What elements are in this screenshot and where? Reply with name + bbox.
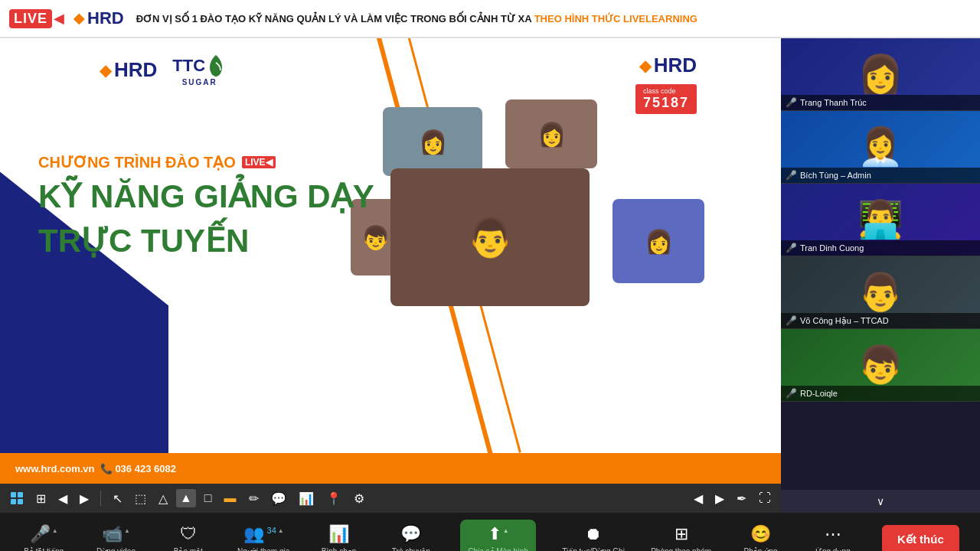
chat-control[interactable]: 💬 Trò chuyện [388,524,434,552]
reaction-control[interactable]: 😊 Phản ứng [737,524,783,552]
chuong-trinh-label: CHƯƠNG TRÌNH ĐÀO TẠO LIVE◀ [38,153,374,171]
participants-label: Người tham gia [237,547,289,552]
mic-icon-5: 🎤 [786,388,797,399]
person-face-3: 👩 [612,199,704,283]
toolbar-forward-btn[interactable]: ▶ [76,489,93,508]
top-header: LIVE ◀ ◆ HRD ĐƠN VỊ SỐ 1 ĐÀO TẠO KỸ NĂNG… [0,0,980,38]
slide-container: ◆HRD TTC SUGAR ◆HRD [0,38,781,484]
participant-name-4: Võ Công Hậu – TTCAD [800,316,889,326]
main-presenter-face: 👨 [390,168,590,306]
slide-phone: 036 423 6082 [115,463,176,474]
toolbar-app-btn[interactable] [6,489,28,507]
rooms-label: Phòng theo nhóm [651,547,711,552]
toolbar-select-btn[interactable]: ⬚ [131,489,150,508]
participant-item-2: 👩‍💼 🎤 Bích Tùng – Admin [781,111,980,184]
ky-nang-line1: KỸ NĂNG GIẢNG DẠY [38,179,374,214]
participant-item-3: 👨‍💻 🎤 Tran Dinh Cuong [781,184,980,256]
vote-label: Bình chọn [322,547,356,552]
mute-control[interactable]: 🎤 ▲ Bỏ tắt tiếng [21,524,67,552]
presentation-area: ◆HRD TTC SUGAR ◆HRD [0,38,781,513]
bottom-control-bar: 🎤 ▲ Bỏ tắt tiếng 📹 ▲ Dừng video 🛡 Bảo mậ… [0,513,980,551]
video-thumb-2: 👩 [505,99,597,168]
participant-name-5: RD-Loiqle [800,389,838,398]
vote-icon: 📊 [328,524,349,544]
live-logo: LIVE ◀ [9,9,64,28]
toolbar-grid-btn[interactable]: ⊞ [32,489,50,508]
class-code-box: class code 75187 [635,84,697,114]
toolbar-rect-btn[interactable]: □ [201,489,216,507]
hrd-label: HRD [87,8,124,28]
toolbar-pin-btn[interactable]: 📍 [322,489,345,508]
toolbar-annotate-btn[interactable]: ✒ [733,489,750,508]
record-label: Tiếp tục/Dừng Ghi [562,547,625,552]
participant-item-5: 👦 🎤 RD-Loiqle [781,329,980,402]
toolbar-cursor-btn[interactable]: ↖ [109,489,126,508]
hrd-diamond-slide: ◆ [100,61,111,80]
person-face-2: 👩 [505,99,597,168]
toolbar-back-btn[interactable]: ◀ [54,489,71,508]
slide-logos: ◆HRD TTC SUGAR [100,54,227,86]
header-tagline: ĐƠN VỊ SỐ 1 ĐÀO TẠO KỸ NĂNG QUẢN LÝ VÀ L… [136,13,971,24]
video-control[interactable]: 📹 ▲ Dừng video [93,524,139,552]
vote-control[interactable]: 📊 Bình chọn [316,524,362,552]
apps-icon: ⋯ [825,524,841,544]
video-thumb-1: 👩 [383,107,482,176]
reaction-label: Phản ứng [744,547,778,552]
chat-icon: 💬 [400,524,421,544]
toolbar-next-btn[interactable]: ▶ [711,489,728,508]
participants-icon: 👥 [243,524,264,544]
toolbar-chart-btn[interactable]: 📊 [295,489,318,508]
toolbar-fullscreen-btn[interactable]: ⛶ [755,489,775,507]
security-control[interactable]: 🛡 Bảo mật [165,524,211,552]
toolbar-triangle-fill-btn[interactable]: ▲ [176,489,196,507]
person-face-1: 👩 [383,107,482,176]
chevron-down-icon: ∨ [877,495,884,507]
toolbar-draw-btn[interactable]: ✏ [245,489,263,508]
ttc-text: TTC [172,57,205,74]
toolbar-text-btn[interactable]: 💬 [267,489,290,508]
toolbar-settings-btn[interactable]: ⚙ [350,489,368,508]
sidebar-scroll[interactable]: 👩 🎤 Trang Thanh Trúc 👩‍💼 🎤 Bích Tùng – A… [781,38,980,490]
security-icon: 🛡 [180,524,197,544]
participants-control[interactable]: 👥 34 ▲ Người tham gia [237,524,289,552]
main-content: ◆HRD TTC SUGAR ◆HRD [0,38,980,513]
security-label: Bảo mật [174,547,203,552]
hrd-logo-header: ◆ HRD [74,8,124,28]
class-code-value: 75187 [643,95,689,111]
toolbar-triangle-outline-btn[interactable]: △ [155,489,172,508]
mute-label: Bỏ tắt tiếng [24,547,64,552]
toolbar-prev-btn[interactable]: ◀ [690,489,707,508]
tagline-orange: THEO HÌNH THỨC LIVELEARNING [534,13,697,24]
scroll-down-btn[interactable]: ∨ [781,490,980,513]
participant-name-bar-3: 🎤 Tran Dinh Cuong [781,240,980,256]
share-screen-control[interactable]: ⬆ ▲ Chia sẻ Màn hình [460,520,536,552]
svg-rect-1 [18,492,23,497]
video-thumb-main: 👨 [390,168,590,306]
participant-name-1: Trang Thanh Trúc [800,98,867,107]
record-icon: ⏺ [585,524,602,544]
share-label: Chia sẻ Màn hình [468,547,528,552]
tagline-normal: ĐƠN VỊ SỐ 1 ĐÀO TẠO KỸ NĂNG QUẢN LÝ VÀ L… [136,13,534,24]
apps-control[interactable]: ⋯ Ứng dụng [810,524,856,552]
hrd-diamond-icon: ◆ [74,10,84,27]
end-button[interactable]: Kết thúc [882,525,959,551]
rooms-icon: ⊞ [675,524,688,544]
video-label: Dừng video [96,547,136,552]
ky-nang-line2: TRỰC TUYẾN [38,222,374,259]
mute-icon: 🎤 [30,524,51,544]
record-control[interactable]: ⏺ Tiếp tục/Dừng Ghi [562,524,625,552]
class-code-label: class code [643,87,689,95]
toolbar-highlight-btn[interactable]: ▬ [220,489,240,507]
participant-name-bar-1: 🎤 Trang Thanh Trúc [781,95,980,110]
participant-name-3: Tran Dinh Cuong [800,243,864,253]
video-icon: 📹 [102,524,122,544]
slide-main-text: CHƯƠNG TRÌNH ĐÀO TẠO LIVE◀ KỸ NĂNG GIẢNG… [38,153,374,259]
slide-website: www.hrd.com.vn [15,463,95,474]
ttc-logo: TTC SUGAR [172,54,227,86]
mute-arrow-icon: ▲ [52,527,58,534]
chat-label: Trò chuyện [392,547,430,552]
video-arrow-icon: ▲ [124,527,130,534]
rooms-control[interactable]: ⊞ Phòng theo nhóm [651,524,711,552]
participant-name-2: Bích Tùng – Admin [800,171,871,180]
participant-name-bar-5: 🎤 RD-Loiqle [781,386,980,401]
